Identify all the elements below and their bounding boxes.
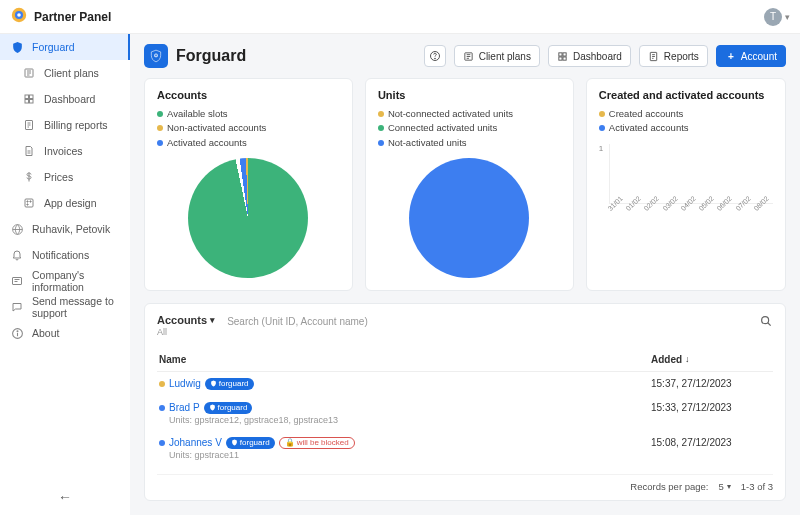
sidebar-item-label: Ruhavik, Petovik — [32, 223, 110, 235]
legend-item: Available slots — [157, 107, 340, 121]
search-input[interactable] — [227, 316, 759, 327]
sidebar-item-label: Dashboard — [44, 93, 95, 105]
grid-icon — [22, 92, 36, 106]
topbar: Partner Panel T ▾ — [0, 0, 800, 34]
list-icon — [463, 50, 475, 62]
chevron-down-icon: ▾ — [785, 12, 790, 22]
sidebar-item-forguard[interactable]: Forguard — [0, 34, 130, 60]
chat-icon — [10, 300, 24, 314]
bell-icon — [10, 248, 24, 262]
legend-item: Created accounts — [599, 107, 773, 121]
rows-per-page-label: Records per page: — [630, 481, 708, 492]
table-row[interactable]: Brad PforguardUnits: gpstrace12, gpstrac… — [157, 396, 773, 431]
add-account-button[interactable]: + Account — [716, 45, 786, 67]
chevron-down-icon: ▾ — [210, 315, 215, 326]
units-card-title: Units — [378, 89, 561, 101]
table-row[interactable]: Ludwigforguard15:37, 27/12/2023 — [157, 372, 773, 396]
sidebar-item-label: About — [32, 327, 59, 339]
sidebar-item-label: Company's information — [32, 269, 120, 293]
legend-item: Activated accounts — [157, 136, 340, 150]
legend-label: Connected activated units — [388, 121, 497, 135]
main-content: Forguard Client plans Dashboard Reports … — [130, 34, 800, 515]
help-icon — [429, 50, 441, 62]
sidebar-item-client-plans[interactable]: Client plans — [0, 60, 130, 86]
added-cell: 15:37, 27/12/2023 — [651, 378, 771, 390]
table-row[interactable]: Johannes Vforguard🔒will be blockedUnits:… — [157, 431, 773, 466]
sidebar-item-send-message-to-support[interactable]: Send message to support — [0, 294, 130, 320]
unit-list: Units: gpstrace11 — [159, 450, 651, 460]
report-icon — [22, 118, 36, 132]
brand-logo-icon — [10, 6, 28, 27]
added-cell: 15:08, 27/12/2023 — [651, 437, 771, 460]
info-card-icon — [10, 274, 24, 288]
sidebar-item-label: Billing reports — [44, 119, 108, 131]
rows-per-page-select[interactable]: 5 ▾ — [718, 481, 730, 492]
legend-item: Non-activated accounts — [157, 121, 340, 135]
sidebar-item-company-s-information[interactable]: Company's information — [0, 268, 130, 294]
svg-rect-24 — [563, 56, 566, 59]
svg-point-12 — [27, 204, 28, 205]
sidebar-item-about[interactable]: About — [0, 320, 130, 346]
col-name[interactable]: Name — [159, 354, 651, 365]
report-icon — [648, 50, 660, 62]
about-icon — [10, 326, 24, 340]
sidebar-item-ruhavik-petovik[interactable]: Ruhavik, Petovik — [0, 216, 130, 242]
accounts-title: Accounts — [157, 314, 207, 327]
user-menu[interactable]: T ▾ — [764, 8, 790, 26]
legend-item: Not-connected activated units — [378, 107, 561, 121]
svg-rect-6 — [25, 100, 29, 104]
sidebar-item-label: Notifications — [32, 249, 89, 261]
chevron-down-icon: ▾ — [727, 482, 731, 491]
units-card: Units Not-connected activated unitsConne… — [365, 78, 574, 291]
sidebar-item-label: Send message to support — [32, 295, 120, 319]
table-header-row: Name Added ↓ — [157, 348, 773, 372]
legend-label: Activated accounts — [167, 136, 247, 150]
accounts-card: Accounts Available slotsNon-activated ac… — [144, 78, 353, 291]
svg-rect-4 — [25, 95, 29, 99]
accounts-filter-value: All — [157, 327, 215, 338]
created-card-title: Created and activated accounts — [599, 89, 773, 101]
brand-title: Partner Panel — [34, 10, 111, 24]
brand: Partner Panel — [10, 6, 111, 27]
app-chip: forguard — [205, 378, 254, 390]
grid-icon — [557, 50, 569, 62]
sidebar-item-notifications[interactable]: Notifications — [0, 242, 130, 268]
svg-point-19 — [434, 58, 435, 59]
units-pie-chart — [409, 158, 529, 278]
legend-item: Activated accounts — [599, 121, 773, 135]
account-name-link[interactable]: Brad P — [169, 402, 200, 413]
dashboard-label: Dashboard — [573, 51, 622, 62]
svg-rect-22 — [563, 52, 566, 55]
sidebar-item-dashboard[interactable]: Dashboard — [0, 86, 130, 112]
legend-dot — [378, 140, 384, 146]
page-range: 1-3 of 3 — [741, 481, 773, 492]
account-name-link[interactable]: Johannes V — [169, 437, 222, 448]
legend-label: Non-activated accounts — [167, 121, 266, 135]
help-button[interactable] — [424, 45, 446, 67]
collapse-sidebar-icon[interactable]: ← — [58, 489, 72, 505]
sidebar-item-invoices[interactable]: Invoices — [0, 138, 130, 164]
dashboard-button[interactable]: Dashboard — [548, 45, 631, 67]
accounts-filter[interactable]: Accounts▾ All — [157, 314, 215, 338]
sidebar-item-label: Forguard — [32, 41, 75, 53]
col-added[interactable]: Added ↓ — [651, 354, 771, 365]
sidebar-item-label: App design — [44, 197, 97, 209]
globe-icon — [10, 222, 24, 236]
sidebar-item-app-design[interactable]: App design — [0, 190, 130, 216]
search-icon[interactable] — [759, 314, 773, 330]
accounts-card-title: Accounts — [157, 89, 340, 101]
sidebar-item-billing-reports[interactable]: Billing reports — [0, 112, 130, 138]
client-plans-button[interactable]: Client plans — [454, 45, 540, 67]
legend-label: Available slots — [167, 107, 228, 121]
svg-rect-21 — [559, 52, 562, 55]
reports-button[interactable]: Reports — [639, 45, 708, 67]
page-title: Forguard — [176, 47, 246, 65]
lock-icon: 🔒 — [285, 438, 295, 447]
status-dot — [159, 381, 165, 387]
app-chip: forguard — [226, 437, 275, 449]
account-name-link[interactable]: Ludwig — [169, 378, 201, 389]
sidebar-item-prices[interactable]: Prices — [0, 164, 130, 190]
legend-item: Connected activated units — [378, 121, 561, 135]
svg-rect-7 — [30, 100, 34, 104]
y-tick: 1 — [599, 144, 603, 153]
